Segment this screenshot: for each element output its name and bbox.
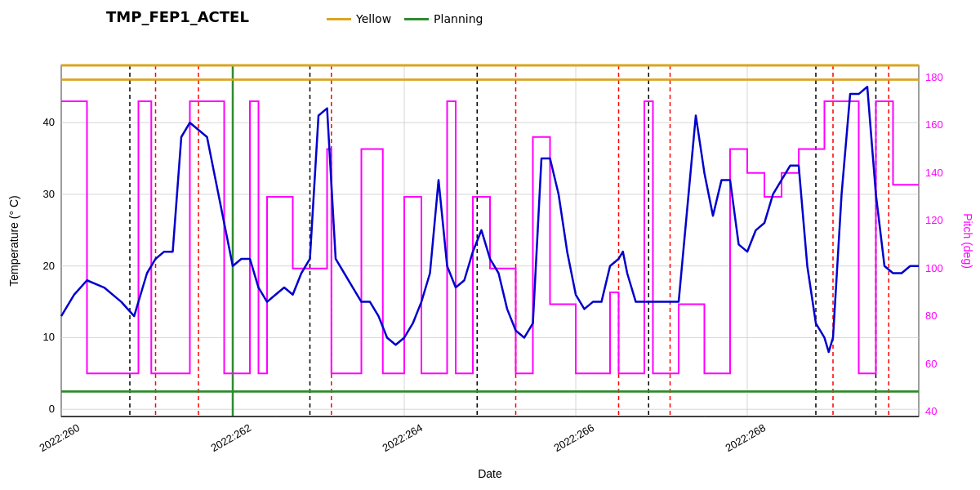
chart-title: TMP_FEP1_ACTEL bbox=[106, 8, 249, 25]
yellow-legend-label: Yellow bbox=[356, 12, 391, 25]
yellow-legend-line bbox=[327, 18, 351, 20]
legend: Yellow Planning bbox=[327, 12, 483, 25]
planning-legend-label: Planning bbox=[434, 12, 483, 25]
planning-legend-line bbox=[404, 18, 429, 20]
chart-container: TMP_FEP1_ACTEL Yellow Planning bbox=[0, 0, 980, 490]
legend-planning: Planning bbox=[404, 12, 483, 25]
legend-yellow: Yellow bbox=[327, 12, 391, 25]
